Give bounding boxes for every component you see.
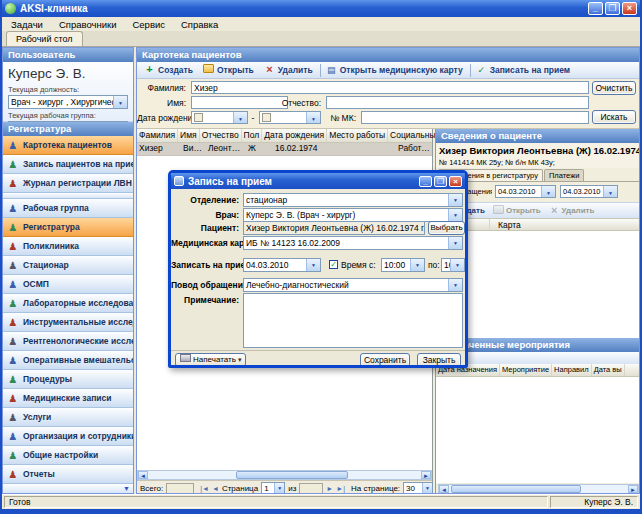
chevron-down-icon[interactable]: ▼ [123,485,130,492]
minimize-button[interactable]: _ [588,2,603,15]
choose-patient-button[interactable]: Выбрать [428,221,465,235]
save-button[interactable]: Сохранить [360,353,410,367]
sidebar-item[interactable]: Отчеты [3,465,133,484]
sidebar-item[interactable]: Инструментальные исследования [3,313,133,332]
medcard-select[interactable]: ИБ № 14123 16.02.2009 [243,236,463,250]
table-row[interactable]: Хизер Виктория Леонтьевна Ж 16.02.1974 Р… [137,143,432,156]
mk-input[interactable] [361,111,589,124]
note-textarea[interactable] [243,293,463,348]
events-list[interactable] [436,377,640,484]
visits-toolbar-button[interactable]: Открыть [493,205,541,217]
menu-item[interactable]: Сервис [132,19,165,30]
column-header[interactable]: Дата вы [592,364,625,376]
visit-date-to-select[interactable]: 04.03.2010 [560,185,618,198]
scroll-thumb[interactable] [236,471,348,479]
first-page-icon[interactable]: |◄ [200,485,209,492]
menu-item[interactable]: Справка [181,19,218,30]
visits-toolbar-button[interactable]: Удалить [549,205,595,217]
dialog-close-button[interactable]: × [449,176,462,187]
scroll-left-icon[interactable]: ◄ [138,471,148,479]
sidebar-item[interactable]: Поликлиника [3,237,133,256]
dialog-minimize-button[interactable]: _ [419,176,432,187]
sidebar-item[interactable]: Процедуры [3,370,133,389]
column-header[interactable]: Имя [178,129,200,142]
time-to-select[interactable]: 10:30 [441,258,465,272]
sidebar-item[interactable]: Услуги [3,408,133,427]
column-header[interactable]: Дата рождения [262,129,327,142]
dropdown-arrow-icon[interactable] [306,259,320,271]
menu-item[interactable]: Справочники [59,19,117,30]
sidebar-item[interactable]: Регистратура [3,218,133,237]
dropdown-arrow-icon[interactable] [306,112,320,123]
sidebar-item[interactable]: Общие настройки [3,446,133,465]
surname-input[interactable] [191,81,589,94]
dropdown-arrow-icon[interactable] [422,483,432,493]
scroll-thumb[interactable] [451,485,581,493]
tab-desktop[interactable]: Рабочий стол [6,31,83,46]
toolbar-button[interactable]: Удалить [259,63,318,77]
sidebar-item[interactable]: Журнал регистрации ЛВН [3,174,133,193]
dropdown-arrow-icon[interactable] [541,186,555,197]
dropdown-arrow-icon[interactable] [448,194,462,206]
patronymic-input[interactable] [326,96,589,109]
dropdown-arrow-icon[interactable] [603,186,617,197]
dropdown-arrow-icon[interactable] [274,483,284,493]
column-header[interactable]: Место работы [327,129,388,142]
dialog-maximize-button[interactable]: ❐ [434,176,447,187]
column-header[interactable]: Отчество [200,129,242,142]
scroll-right-icon[interactable]: ► [421,471,431,479]
sidebar-item[interactable]: Рентгенологические исследования [3,332,133,351]
department-select[interactable]: стационар [243,193,463,207]
scroll-right-icon[interactable]: ► [628,485,638,493]
toolbar-button[interactable]: Записать на прием [470,64,575,77]
events-horizontal-scrollbar[interactable]: ◄ ► [438,484,639,494]
scroll-track[interactable] [449,485,628,493]
dropdown-arrow-icon[interactable] [450,259,464,271]
last-page-icon[interactable]: ►| [336,485,345,492]
dropdown-arrow-icon[interactable] [410,259,424,271]
sidebar-item[interactable]: Лабораторные исследования [3,294,133,313]
reason-select[interactable]: Лечебно-диагностический [243,278,463,292]
column-header[interactable]: Направил [552,364,592,376]
doctor-select[interactable]: Куперс Э. В. (Врач - хирург) [243,208,463,222]
print-button[interactable]: Напечатать [175,353,246,367]
dropdown-arrow-icon[interactable] [448,209,462,221]
column-header[interactable]: Фамилия [137,129,178,142]
page-select[interactable]: 1 [261,482,285,494]
column-header[interactable]: Пол [242,129,263,142]
time-checkbox[interactable] [329,260,338,269]
next-page-icon[interactable]: ► [326,485,333,492]
search-button[interactable]: Искать [592,110,636,124]
dropdown-arrow-icon[interactable] [233,112,247,123]
dialog-close-action-button[interactable]: Закрыть [417,353,461,367]
table-horizontal-scrollbar[interactable]: ◄ ► [137,470,432,480]
toolbar-button[interactable]: Открыть [198,63,259,77]
sidebar-item[interactable]: ОСМП [3,275,133,294]
restore-button[interactable]: ❐ [605,2,620,15]
patient-tab[interactable]: Платежи [544,169,584,181]
birthdate-from-select[interactable] [191,111,248,124]
time-from-select[interactable]: 10:00 [381,258,425,272]
scroll-left-icon[interactable]: ◄ [439,485,449,493]
visit-date-from-select[interactable]: 04.03.2010 [495,185,556,198]
sidebar-item[interactable]: Медицинские записи [3,389,133,408]
card-column-header[interactable]: Карта [490,219,640,230]
scroll-track[interactable] [148,471,421,479]
perpage-select[interactable]: 30 [403,482,433,494]
sidebar-item[interactable]: Рабочая группа [3,199,133,218]
prev-page-icon[interactable]: ◄ [212,485,219,492]
date-checkbox[interactable] [194,113,203,122]
close-button[interactable]: × [622,2,637,15]
menu-item[interactable]: Задачи [11,19,43,30]
sidebar-item[interactable]: Стационар [3,256,133,275]
dropdown-arrow-icon[interactable] [448,279,462,291]
sidebar-item[interactable]: Картотека пациентов [3,136,133,155]
sidebar-item[interactable]: Оперативные вмешательства [3,351,133,370]
appoint-date-select[interactable]: 04.03.2010 [243,258,321,272]
sidebar-item[interactable]: Запись пациентов на прием [3,155,133,174]
toolbar-button[interactable]: Создать [139,63,198,77]
dropdown-arrow-icon[interactable] [448,237,462,249]
birthdate-to-select[interactable] [259,111,321,124]
position-select[interactable]: Врач - хирург , Хирургическое отделение;… [8,95,128,109]
clear-button[interactable]: Очистить [592,81,636,95]
